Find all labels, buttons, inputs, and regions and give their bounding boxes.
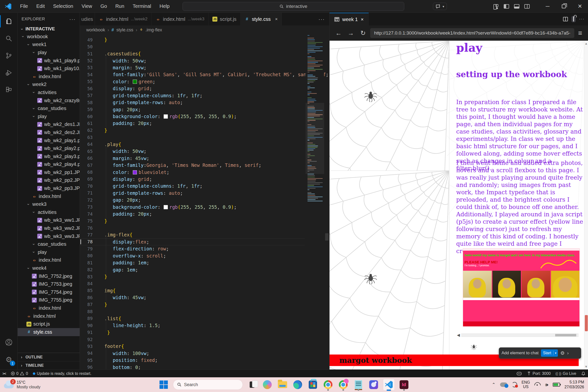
code-line-90[interactable]: 90 line-height: 1.5; (80, 322, 305, 329)
timeline-section[interactable]: › TIMELINE (18, 361, 80, 370)
code-line-67[interactable]: 67 font-family:Georgia, 'Times New Roman… (80, 162, 305, 168)
start-button[interactable]: Start ▾ (541, 349, 558, 357)
taskbar-search[interactable]: Search (173, 380, 243, 390)
breadcrumb[interactable]: workbook› # style.css› ⚘ .img-flex (80, 26, 329, 34)
browser-reload-button[interactable]: ↻ (358, 30, 368, 37)
taskbar-icon-indesign[interactable]: Id (398, 379, 410, 390)
code-line-88[interactable]: 88 (80, 308, 305, 315)
command-center-search[interactable]: interactive (182, 2, 404, 11)
code-line-84[interactable]: 84 (80, 280, 305, 287)
file-wb-wk2-crazy8s-j-[interactable]: wb_wk2_crazy8s.J... (18, 96, 80, 104)
tab-partial[interactable]: udies (80, 13, 95, 26)
taskbar-icon-photos[interactable] (368, 379, 380, 390)
code-line-52[interactable]: 52 width: 50vw; (80, 57, 305, 64)
tray-expand-icon[interactable]: ⌃ (492, 382, 496, 387)
code-line-80[interactable]: 80 overflow-x: scroll; (80, 252, 305, 259)
menu-edit[interactable]: Edit (33, 2, 48, 10)
code-line-96[interactable]: 96 bottom: 0; (80, 364, 305, 370)
horizontal-scrollbar[interactable]: ◀ (457, 333, 578, 337)
extensions-icon[interactable] (0, 81, 18, 98)
menu-file[interactable]: File (17, 2, 31, 10)
folder-case-studies[interactable]: ›case_studies (18, 240, 80, 248)
code-editor[interactable]: 49}5051.casestudies{52 width: 50vw;53 ma… (80, 34, 329, 370)
file-wb-wk2-des1-jpeg[interactable]: wb_wk2_des1.JPEG (18, 120, 80, 128)
problems-indicator[interactable]: 0 0 (8, 370, 30, 377)
weather-widget[interactable]: 2 15°C Mostly cloudy (4, 380, 77, 389)
restore-button[interactable] (556, 0, 572, 13)
workspace-root-folder[interactable]: › INTERACTIVE (18, 26, 80, 32)
menu-view[interactable]: View (78, 2, 96, 10)
start-button[interactable] (158, 379, 170, 390)
close-button[interactable]: ✕ (572, 0, 588, 13)
taskbar-icon-task-view[interactable] (246, 379, 258, 390)
toggle-panel-button[interactable] (514, 4, 520, 8)
live-server-port[interactable]: Port: 3000 (524, 372, 553, 376)
folder-week1[interactable]: ›week1 (18, 41, 80, 49)
minimap[interactable] (306, 34, 324, 370)
code-line-68[interactable]: 68 color: blueviolet; (80, 168, 305, 176)
code-line-70[interactable]: 70 grid-template-columns: 1fr, 1fr; (80, 182, 305, 190)
file-img-7754-jpeg[interactable]: IMG_7754.jpeg (18, 288, 80, 296)
file-wb-wk1-play10-png[interactable]: wb_wk1_play10.png (18, 64, 80, 72)
code-line-64[interactable]: 64.play{ (80, 141, 305, 148)
start-dropdown-icon[interactable]: ▾ (554, 351, 558, 355)
file-style-css[interactable]: #style.css (18, 328, 80, 336)
taskbar-icon-file-explorer[interactable] (276, 379, 288, 390)
code-line-63[interactable]: 63 (80, 134, 305, 141)
file-img-7755-jpeg[interactable]: IMG_7755.jpeg (18, 296, 80, 304)
toolbar-settings-icon[interactable]: ⚙ (560, 350, 565, 356)
close-tab-icon[interactable]: × (361, 17, 364, 22)
search-icon[interactable] (0, 30, 18, 47)
code-line-72[interactable]: 72 gap: 20px; (80, 196, 305, 203)
account-icon[interactable] (0, 334, 18, 351)
file-index-html[interactable]: ‹›index.html (18, 312, 80, 320)
code-line-57[interactable]: 57 grid-template-columns: 1fr, 1fr; (80, 92, 305, 99)
code-line-94[interactable]: 94 width: 100vw; (80, 350, 305, 357)
folder-play[interactable]: ›play (18, 112, 80, 120)
notifications-bell-icon[interactable] (579, 372, 588, 376)
toolbar-expand-icon[interactable]: › (567, 350, 569, 356)
code-line-71[interactable]: 71 grid-template-rows: auto; (80, 190, 305, 196)
scroll-up-icon[interactable]: ▲ (584, 42, 588, 45)
update-ready-message[interactable]: Update is ready, click to restart. (30, 370, 94, 377)
run-debug-icon[interactable] (0, 64, 18, 81)
lock-icon[interactable] (571, 16, 576, 22)
file-index-html[interactable]: ‹›index.html (18, 304, 80, 312)
folder-play[interactable]: ›play (18, 48, 80, 56)
file-wb-wk2-pp2-jpeg[interactable]: wb_wk2_pp2.JPEG (18, 176, 80, 184)
code-line-59[interactable]: 59 gap: 20px; (80, 106, 305, 113)
folder-activities[interactable]: ›activities (18, 208, 80, 216)
folder-activities[interactable]: ›activities (18, 88, 80, 96)
code-line-77[interactable]: 77.img-flex{ (80, 231, 305, 238)
file-wb-wk2-play1-png[interactable]: wb_wk2_play1.png (18, 136, 80, 144)
file-img-7753-jpeg[interactable]: IMG_7753.jpeg (18, 280, 80, 288)
code-line-56[interactable]: 56 display: grid; (80, 85, 305, 92)
code-line-86[interactable]: 86 width: 45vw; (80, 294, 305, 301)
file-wb-wk2-play4-png[interactable]: wb_wk2_play4.png (18, 160, 80, 168)
tab-index-html[interactable]: ‹›index.html...\week3 (152, 13, 208, 26)
code-line-74[interactable]: 74 padding: 20px; (80, 210, 305, 217)
file-wb-wk1-play9-png[interactable]: wb_wk1_play9.png (18, 56, 80, 65)
toggle-secondary-sidebar-button[interactable] (524, 4, 530, 8)
code-line-61[interactable]: 61 padding: 20px; (80, 120, 305, 127)
battery-icon[interactable] (553, 383, 560, 386)
outline-section[interactable]: › OUTLINE (18, 353, 80, 361)
folder-week2[interactable]: ›week2 (18, 80, 80, 89)
file-index-html[interactable]: ‹›index.html (18, 192, 80, 200)
file-index-html[interactable]: ‹›index.html (18, 256, 80, 264)
menu-help[interactable]: Help (156, 2, 173, 10)
source-control-icon[interactable] (0, 47, 18, 64)
file-wb-wk3-ww1-jpeg[interactable]: wb_wk3_ww1.JPEG (18, 216, 80, 224)
minimize-button[interactable]: ─ (540, 0, 556, 13)
code-line-82[interactable]: 82 gap: 1em; (80, 266, 305, 273)
menu-selection[interactable]: Selection (50, 2, 77, 10)
code-line-50[interactable]: 50 (80, 43, 305, 50)
scroll-left-icon[interactable]: ◀ (457, 333, 460, 337)
settings-gear-icon[interactable]: ⚙ 1 (0, 351, 18, 368)
scroll-down-icon[interactable]: ▼ (584, 365, 588, 368)
code-line-85[interactable]: 85img{ (80, 287, 305, 294)
toggle-primary-sidebar-button[interactable] (504, 4, 509, 8)
folder-week3[interactable]: ›week3 (18, 200, 80, 208)
sync-alert-icon[interactable] (512, 382, 517, 387)
hscroll-thumb[interactable] (555, 334, 576, 336)
